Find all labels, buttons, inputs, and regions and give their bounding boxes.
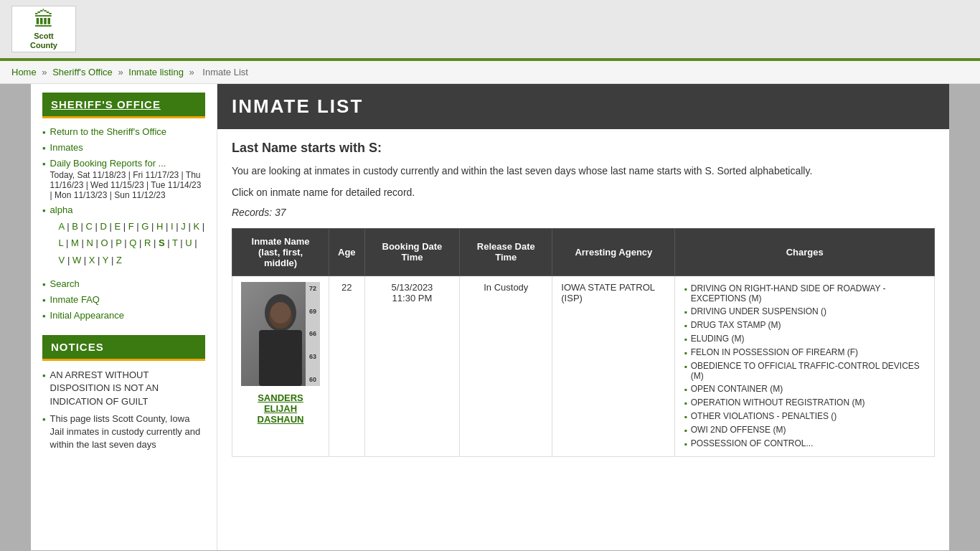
- col-name: Inmate Name (last, first, middle): [232, 228, 329, 276]
- charge-item: FELON IN POSSESSION OF FIREARM (F): [684, 346, 925, 359]
- main-layout: SHERIFF'S OFFICE Return to the Sheriff's…: [31, 84, 949, 550]
- charge-item: DRUG TAX STAMP (M): [684, 319, 925, 332]
- nav-list-inmates: alpha A | B | C | D | E | F | G | H | I …: [42, 202, 205, 276]
- svg-rect-1: [259, 330, 302, 386]
- nav-list-by-last-name[interactable]: alpha: [50, 204, 73, 215]
- nav-return-link[interactable]: Return to the Sheriff's Office: [50, 126, 166, 137]
- breadcrumb-sheriffs[interactable]: Sheriff's Office: [52, 67, 113, 77]
- alpha-link-D[interactable]: D: [100, 221, 106, 232]
- nav-daily-booking-link[interactable]: Daily Booking Reports for ...: [50, 158, 166, 169]
- site-logo: 🏛 ScottCounty: [11, 6, 76, 52]
- col-charges: Charges: [675, 228, 935, 276]
- alpha-link-F[interactable]: F: [128, 221, 134, 232]
- breadcrumb-inmate-listing[interactable]: Inmate listing: [128, 67, 184, 77]
- charge-item: OBEDIENCE TO OFFICIAL TRAFFIC-CONTROL DE…: [684, 359, 925, 382]
- inmate-age: 22: [329, 276, 365, 456]
- inmate-photo-cell: 72 69 66 63 60 SANDERS ELIJAH DASHAUN: [232, 276, 329, 456]
- nav-initial-appearance-link[interactable]: Initial Appearance: [50, 310, 124, 321]
- person-silhouette: [252, 293, 309, 386]
- table-row: 72 69 66 63 60 SANDERS ELIJAH DASHAUN 22…: [232, 276, 935, 456]
- notice-item-1: AN ARREST WITHOUT DISPOSITION IS NOT AN …: [42, 367, 205, 410]
- nav-return: Return to the Sheriff's Office: [42, 124, 205, 140]
- nav-daily-booking: Daily Booking Reports for ... Today, Sat…: [42, 156, 205, 202]
- alpha-link-C[interactable]: C: [85, 221, 92, 232]
- charge-item: POSSESSION OF CONTROL...: [684, 437, 925, 451]
- charge-item: OPERATION WITHOUT REGISTRATION (M): [684, 396, 925, 410]
- alpha-link-U[interactable]: U: [185, 237, 192, 248]
- site-header: 🏛 ScottCounty: [0, 0, 980, 61]
- page-title-bar: Inmate List: [217, 84, 949, 129]
- inmate-booking-date: 5/13/2023 11:30 PM: [364, 276, 460, 456]
- main-content: Inmate List Last Name starts with S: You…: [217, 84, 949, 550]
- alpha-link-B[interactable]: B: [72, 221, 78, 232]
- description-text: You are looking at inmates in custody cu…: [232, 163, 935, 179]
- col-age: Age: [329, 228, 365, 276]
- col-booking: Booking Date Time: [364, 228, 460, 276]
- notices-section: NOTICES AN ARREST WITHOUT DISPOSITION IS…: [42, 335, 205, 453]
- alpha-link-S[interactable]: S: [159, 237, 165, 248]
- mugshot-container: 72 69 66 63 60: [241, 282, 320, 386]
- alpha-link-Z[interactable]: Z: [116, 255, 122, 265]
- records-count: Records: 37: [232, 207, 935, 218]
- charge-item: DRIVING ON RIGHT-HAND SIDE OF ROADWAY - …: [684, 282, 925, 305]
- inmate-table: Inmate Name (last, first, middle) Age Bo…: [232, 228, 935, 457]
- last-name-header: Last Name starts with S:: [232, 141, 935, 156]
- booking-dates: Today, Sat 11/18/23 | Fri 11/17/23 | Thu…: [50, 170, 205, 200]
- inmate-name-link[interactable]: SANDERS ELIJAH DASHAUN: [241, 392, 320, 425]
- sidebar-sheriff-title: SHERIFF'S OFFICE: [42, 93, 205, 118]
- alpha-link-L[interactable]: L: [59, 237, 64, 248]
- alpha-link-O[interactable]: O: [100, 237, 108, 248]
- charge-item: OTHER VIOLATIONS - PENALTIES (): [684, 410, 925, 423]
- sidebar: SHERIFF'S OFFICE Return to the Sheriff's…: [31, 84, 217, 550]
- alpha-link-W[interactable]: W: [72, 255, 81, 265]
- charge-item: ELUDING (M): [684, 332, 925, 346]
- nav-initial-appearance: Initial Appearance: [42, 308, 205, 324]
- nav-faq-link[interactable]: Inmate FAQ: [50, 294, 100, 305]
- inmate-charges: DRIVING ON RIGHT-HAND SIDE OF ROADWAY - …: [675, 276, 935, 456]
- notice-item-2: This page lists Scott County, Iowa Jail …: [42, 410, 205, 454]
- sidebar-nav: Return to the Sheriff's Office Inmates D…: [42, 124, 205, 324]
- alpha-link-N[interactable]: N: [86, 237, 93, 248]
- charge-item: DRIVING UNDER SUSPENSION (): [684, 305, 925, 319]
- alpha-link-I[interactable]: I: [171, 221, 174, 232]
- alpha-link-R[interactable]: R: [144, 237, 151, 248]
- alpha-link-Y[interactable]: Y: [103, 255, 108, 265]
- logo-area: 🏛 ScottCounty: [11, 6, 76, 52]
- alpha-link-M[interactable]: M: [71, 237, 79, 248]
- sidebar-sheriff-link[interactable]: SHERIFF'S OFFICE: [51, 98, 161, 110]
- nav-inmates-link[interactable]: Inmates: [50, 142, 83, 153]
- alpha-link-K[interactable]: K: [193, 221, 199, 232]
- inmate-agency: IOWA STATE PATROL (ISP): [552, 276, 675, 456]
- col-agency: Arresting Agency: [552, 228, 675, 276]
- breadcrumb-current: Inmate List: [202, 67, 248, 77]
- alpha-link-P[interactable]: P: [116, 237, 121, 248]
- nav-faq: Inmate FAQ: [42, 292, 205, 308]
- charge-item: OWI 2ND OFFENSE (M): [684, 423, 925, 437]
- nav-search-link[interactable]: Search: [50, 278, 80, 289]
- alpha-link-X[interactable]: X: [89, 255, 95, 265]
- alpha-link-E[interactable]: E: [114, 221, 121, 232]
- col-release: Release Date Time: [460, 228, 552, 276]
- breadcrumb-home[interactable]: Home: [11, 67, 37, 77]
- height-ruler: 72 69 66 63 60: [306, 282, 320, 386]
- notices-list: AN ARREST WITHOUT DISPOSITION IS NOT AN …: [42, 367, 205, 453]
- inmate-release-date: In Custody: [460, 276, 552, 456]
- notices-title: NOTICES: [42, 335, 205, 361]
- alpha-links: A | B | C | D | E | F | G | H | I | J | …: [59, 218, 205, 268]
- alpha-link-T[interactable]: T: [172, 237, 178, 248]
- alpha-link-A[interactable]: A: [59, 221, 65, 232]
- page-title: Inmate List: [232, 95, 935, 118]
- svg-point-3: [270, 302, 291, 324]
- charge-item: OPEN CONTAINER (M): [684, 382, 925, 396]
- alpha-link-J[interactable]: J: [181, 221, 186, 232]
- mugshot-image: 72 69 66 63 60: [241, 282, 320, 386]
- alpha-link-V[interactable]: V: [59, 255, 65, 265]
- alpha-link-Q[interactable]: Q: [129, 237, 136, 248]
- inmate-table-body: 72 69 66 63 60 SANDERS ELIJAH DASHAUN 22…: [232, 276, 935, 456]
- alpha-link-G[interactable]: G: [141, 221, 149, 232]
- alpha-link-H[interactable]: H: [156, 221, 163, 232]
- breadcrumb: Home » Sheriff's Office » Inmate listing…: [0, 61, 980, 84]
- table-header-row: Inmate Name (last, first, middle) Age Bo…: [232, 228, 935, 276]
- nav-inmates: Inmates: [42, 140, 205, 156]
- click-info: Click on inmate name for detailed record…: [232, 184, 935, 200]
